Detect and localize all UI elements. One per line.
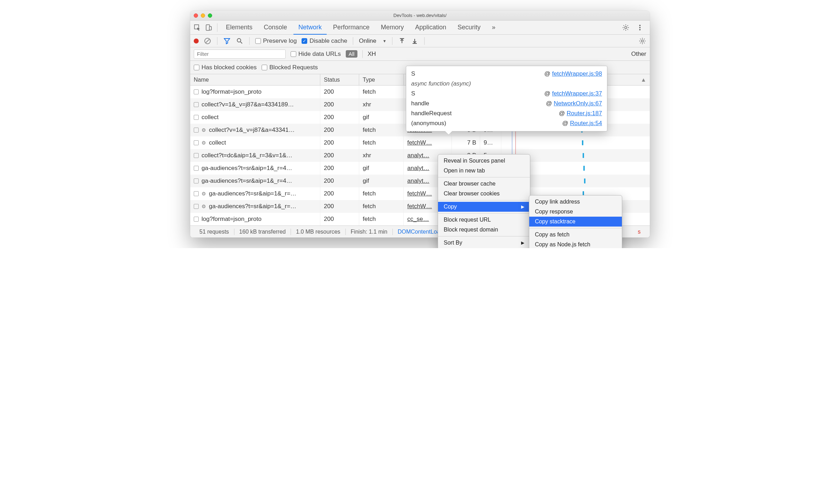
tab-application[interactable]: Application <box>410 20 451 34</box>
filter-icon[interactable] <box>223 37 231 45</box>
request-name: collect?t=dc&aip=1&_r=3&v=1&… <box>202 152 292 159</box>
table-row[interactable]: ⚙ collect 200 fetch fetchW… 7 B 9… <box>190 136 650 149</box>
request-status: 200 <box>320 136 359 149</box>
has-blocked-cookies-checkbox[interactable]: Has blocked cookies <box>194 64 257 71</box>
kebab-icon[interactable] <box>635 23 645 33</box>
request-status: 200 <box>320 124 359 136</box>
filter-input[interactable] <box>194 49 286 59</box>
copy-submenu-item[interactable]: Copy as fetch <box>529 230 622 240</box>
row-checkbox[interactable] <box>194 204 199 209</box>
tab-security[interactable]: Security <box>453 20 485 34</box>
row-checkbox[interactable] <box>194 140 199 145</box>
svg-rect-2 <box>209 27 211 30</box>
row-checkbox[interactable] <box>194 89 199 94</box>
record-button[interactable] <box>194 39 199 43</box>
copy-submenu-item[interactable]: Copy stacktrace <box>529 217 622 227</box>
context-menu-item[interactable]: Clear browser cache <box>438 179 530 189</box>
throttling-select[interactable]: Online ▼ <box>359 37 386 45</box>
context-menu-item[interactable]: Copy▶ <box>438 202 530 212</box>
tab-elements[interactable]: Elements <box>221 20 257 34</box>
context-menu-item[interactable]: Clear browser cookies <box>438 189 530 199</box>
throttling-value: Online <box>359 37 376 45</box>
row-checkbox[interactable] <box>194 191 199 196</box>
context-menu-item[interactable]: Block request URL <box>438 215 530 225</box>
row-checkbox[interactable] <box>194 153 199 158</box>
stack-frame-link[interactable]: Router.js:187 <box>567 110 602 117</box>
copy-submenu: Copy link addressCopy responseCopy stack… <box>529 195 622 248</box>
tab-network[interactable]: Network <box>293 21 327 35</box>
context-menu-label: Clear browser cookies <box>444 191 500 197</box>
inspect-icon[interactable] <box>192 23 202 33</box>
request-name: ga-audiences?t=sr&aip=1&_r=4… <box>202 165 292 172</box>
stack-frame-link[interactable]: Router.js:54 <box>570 120 602 127</box>
search-icon[interactable] <box>236 37 244 45</box>
row-checkbox[interactable] <box>194 102 199 107</box>
filter-type-xh[interactable]: XH <box>368 51 376 58</box>
separator <box>392 37 392 45</box>
copy-submenu-item[interactable]: Copy link address <box>529 197 622 207</box>
devtools-window: DevTools - web.dev/vitals/ Elements Cons… <box>190 11 650 238</box>
row-checkbox[interactable] <box>194 166 199 171</box>
request-status: 200 <box>320 187 359 200</box>
upload-icon[interactable] <box>398 37 406 45</box>
request-time: 9… <box>480 136 501 149</box>
context-menu-item[interactable]: Sort By▶ <box>438 238 530 248</box>
device-icon[interactable] <box>204 23 214 33</box>
network-settings-icon[interactable] <box>638 37 646 45</box>
col-status[interactable]: Status <box>320 74 359 85</box>
preserve-log-checkbox[interactable]: Preserve log <box>255 37 297 45</box>
row-checkbox[interactable] <box>194 217 199 222</box>
stack-frame-link[interactable]: fetchWrapper.js:37 <box>552 90 602 97</box>
request-type: fetch <box>359 213 404 225</box>
request-status: 200 <box>320 149 359 162</box>
separator <box>353 37 353 45</box>
network-toolbar: Preserve log ✓ Disable cache Online ▼ <box>190 35 650 47</box>
download-icon[interactable] <box>411 37 419 45</box>
request-status: 200 <box>320 162 359 175</box>
copy-submenu-item[interactable]: Copy as Node.js fetch <box>529 240 622 248</box>
row-checkbox[interactable] <box>194 128 199 133</box>
stack-frame-loc: @ fetchWrapper.js:37 <box>544 90 602 97</box>
context-menu-item[interactable]: Block request domain <box>438 225 530 235</box>
request-name: collect?v=1&_v=j87&a=4334189… <box>202 101 294 108</box>
request-name: log?format=json_proto <box>202 216 262 223</box>
request-size: 7 B <box>452 136 480 149</box>
table-row[interactable]: ga-audiences?t=sr&aip=1&_r=4… 200 gif an… <box>190 175 650 187</box>
context-menu-item[interactable]: Reveal in Sources panel <box>438 156 530 166</box>
table-row[interactable]: collect?t=dc&aip=1&_r=3&v=1&… 200 xhr an… <box>190 149 650 162</box>
service-worker-icon: ⚙ <box>202 140 206 146</box>
tab-performance[interactable]: Performance <box>328 20 374 34</box>
svg-point-11 <box>641 40 643 42</box>
filter-type-other[interactable]: Other <box>631 51 646 58</box>
context-menu-item[interactable]: Open in new tab <box>438 166 530 176</box>
context-menu: Reveal in Sources panelOpen in new tabCl… <box>438 154 530 248</box>
filter-type-all[interactable]: All <box>346 50 357 58</box>
row-checkbox[interactable] <box>194 115 199 120</box>
tab-memory[interactable]: Memory <box>376 20 409 34</box>
hide-data-urls-checkbox[interactable]: Hide data URLs <box>291 51 341 58</box>
tab-more[interactable]: » <box>487 20 500 34</box>
clear-icon[interactable] <box>204 37 211 45</box>
row-checkbox[interactable] <box>194 178 199 183</box>
blocked-requests-checkbox[interactable]: Blocked Requests <box>262 64 318 71</box>
svg-point-6 <box>639 29 641 30</box>
settings-icon[interactable] <box>621 23 631 33</box>
col-name[interactable]: Name <box>190 74 320 85</box>
stack-frame-link[interactable]: fetchWrapper.js:98 <box>552 70 602 77</box>
request-status: 200 <box>320 200 359 213</box>
context-menu-item[interactable]: Header Options▶ <box>438 248 530 248</box>
service-worker-icon: ⚙ <box>202 127 206 133</box>
disable-cache-checkbox[interactable]: ✓ Disable cache <box>302 37 347 45</box>
col-type[interactable]: Type <box>359 74 404 85</box>
chevron-down-icon: ▼ <box>383 39 386 43</box>
tab-console[interactable]: Console <box>259 20 292 34</box>
svg-point-4 <box>639 25 641 26</box>
request-initiator[interactable]: fetchW… <box>404 136 452 149</box>
request-name: ga-audiences?t=sr&aip=1&_r=… <box>209 190 296 197</box>
status-requests: 51 requests <box>194 229 234 235</box>
svg-point-3 <box>625 27 627 29</box>
stack-frame-link[interactable]: NetworkOnly.js:67 <box>554 100 602 107</box>
table-row[interactable]: ga-audiences?t=sr&aip=1&_r=4… 200 gif an… <box>190 162 650 175</box>
copy-submenu-item[interactable]: Copy response <box>529 207 622 217</box>
svg-point-5 <box>639 27 641 28</box>
